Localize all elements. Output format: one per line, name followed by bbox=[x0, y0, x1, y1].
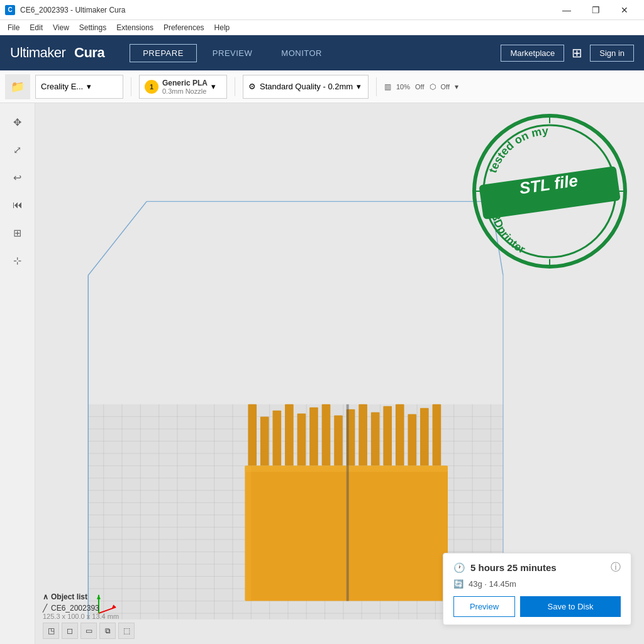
view-icon-2[interactable]: ◻ bbox=[62, 623, 78, 639]
view-icon-1[interactable]: ◳ bbox=[43, 623, 59, 639]
svg-rect-53 bbox=[272, 411, 281, 466]
model-view-icons: ◳ ◻ ▭ ⧉ ⬚ bbox=[43, 623, 135, 639]
menu-edit[interactable]: Edit bbox=[25, 22, 48, 33]
tab-monitor[interactable]: MONITOR bbox=[268, 44, 335, 62]
header-right: Marketplace ⊞ Sign in bbox=[501, 45, 634, 62]
material-chevron: ▾ bbox=[211, 82, 216, 91]
object-item-name: CE6_2002393 bbox=[51, 604, 99, 613]
folder-icon: 📁 bbox=[11, 80, 25, 94]
svg-rect-55 bbox=[297, 414, 306, 466]
nozzle-info: Generic PLA 0.3mm Nozzle bbox=[162, 79, 208, 95]
toolbar-divider-2 bbox=[235, 77, 235, 96]
toolbar: 📁 Creality E... ▾ 1 Generic PLA 0.3mm No… bbox=[0, 70, 644, 103]
printer-select[interactable]: Creality E... ▾ bbox=[35, 75, 123, 99]
quality-chevron: ▾ bbox=[357, 82, 361, 91]
svg-rect-51 bbox=[248, 404, 257, 466]
svg-rect-61 bbox=[371, 413, 380, 466]
view-icon-5[interactable]: ⬚ bbox=[118, 623, 135, 639]
time-icon: 🕐 bbox=[453, 562, 465, 574]
svg-rect-52 bbox=[260, 416, 269, 465]
support-toggle[interactable]: ▥ 10% Off bbox=[384, 82, 425, 91]
undo-tool[interactable]: ↩ bbox=[6, 166, 29, 189]
title-bar: C CE6_2002393 - Ultimaker Cura — ❐ ✕ bbox=[0, 0, 644, 20]
nozzle-badge: 1 bbox=[145, 80, 158, 94]
printer-chevron: ▾ bbox=[87, 82, 91, 91]
material-name: Generic PLA bbox=[162, 79, 208, 87]
time-label: 5 hours 25 minutes bbox=[470, 562, 557, 573]
object-item-icon: ╱ bbox=[43, 604, 47, 613]
support-tool[interactable]: ⊹ bbox=[6, 249, 29, 272]
svg-rect-56 bbox=[309, 408, 318, 466]
signin-button[interactable]: Sign in bbox=[590, 45, 634, 62]
menu-extensions[interactable]: Extensions bbox=[111, 22, 158, 33]
info-icon[interactable]: ⓘ bbox=[611, 561, 621, 574]
close-button[interactable]: ✕ bbox=[610, 0, 639, 20]
toolbar-divider-3 bbox=[376, 77, 377, 96]
svg-rect-65 bbox=[420, 408, 429, 466]
left-toolbar: ✥ ⤢ ↩ ⏮ ⊞ ⊹ bbox=[0, 103, 35, 644]
adhesion-icon: ⬡ bbox=[430, 82, 436, 91]
main-area: ✥ ⤢ ↩ ⏮ ⊞ ⊹ bbox=[0, 103, 644, 644]
menu-help[interactable]: Help bbox=[209, 22, 235, 33]
weight-icon: 🔄 bbox=[453, 579, 464, 589]
tab-prepare[interactable]: PREPARE bbox=[130, 44, 197, 62]
logo-light: Ultimaker bbox=[10, 45, 65, 61]
svg-rect-62 bbox=[383, 406, 392, 466]
svg-rect-64 bbox=[408, 414, 416, 466]
grid-icon[interactable]: ⊞ bbox=[572, 45, 582, 60]
scale-tool[interactable]: ⤢ bbox=[6, 138, 29, 161]
svg-rect-60 bbox=[358, 404, 367, 466]
tab-preview[interactable]: PREVIEW bbox=[199, 44, 265, 62]
quality-icon: ⚙ bbox=[248, 82, 256, 91]
quality-select[interactable]: ⚙ Standard Quality - 0.2mm ▾ bbox=[243, 75, 369, 99]
minimize-button[interactable]: — bbox=[552, 0, 581, 20]
nav-tabs: PREPARE PREVIEW MONITOR bbox=[130, 44, 335, 62]
maximize-button[interactable]: ❐ bbox=[581, 0, 610, 20]
object-dims: 125.3 x 100.0 x 13.4 mm bbox=[43, 613, 135, 620]
menu-bar: File Edit View Settings Extensions Prefe… bbox=[0, 20, 644, 35]
svg-rect-66 bbox=[433, 404, 441, 466]
svg-rect-57 bbox=[322, 404, 331, 466]
move-tool[interactable]: ✥ bbox=[6, 111, 29, 133]
app-logo: Ultimaker Cura bbox=[10, 45, 104, 61]
toolbar-divider-1 bbox=[131, 77, 131, 96]
marketplace-button[interactable]: Marketplace bbox=[501, 45, 564, 62]
menu-settings[interactable]: Settings bbox=[74, 22, 111, 33]
view-icon-4[interactable]: ⧉ bbox=[99, 623, 116, 639]
svg-rect-68 bbox=[245, 466, 252, 601]
material-select[interactable]: 1 Generic PLA 0.3mm Nozzle ▾ bbox=[139, 75, 227, 99]
viewport[interactable]: tested on my STL file 3Dprinter bbox=[35, 103, 644, 644]
adhesion-label: Off bbox=[441, 83, 450, 91]
reset-tool[interactable]: ⏮ bbox=[6, 194, 29, 216]
arrange-tool[interactable]: ⊞ bbox=[6, 221, 29, 244]
bottom-bar: ∧ Object list ╱ CE6_2002393 125.3 x 100.… bbox=[35, 594, 644, 644]
nozzle-size: 0.3mm Nozzle bbox=[162, 87, 208, 95]
menu-view[interactable]: View bbox=[48, 22, 74, 33]
adhesion-chevron: ▾ bbox=[455, 82, 458, 91]
menu-preferences[interactable]: Preferences bbox=[158, 22, 209, 33]
svg-rect-58 bbox=[334, 415, 343, 465]
print-weight: 🔄 43g · 14.45m bbox=[453, 579, 621, 589]
print-time: 🕐 5 hours 25 minutes bbox=[453, 562, 557, 574]
quality-label: Standard Quality - 0.2mm bbox=[260, 82, 353, 91]
svg-rect-69 bbox=[347, 404, 349, 601]
object-list-chevron: ∧ bbox=[43, 592, 48, 601]
weight-label: 43g · 14.45m bbox=[469, 579, 516, 589]
printer-name: Creality E... bbox=[41, 82, 83, 91]
object-list-header: Object list bbox=[51, 592, 87, 601]
adhesion-toggle[interactable]: ⬡ Off ▾ bbox=[430, 82, 458, 91]
app-icon: C bbox=[5, 5, 15, 15]
object-list-panel: ∧ Object list ╱ CE6_2002393 125.3 x 100.… bbox=[43, 592, 135, 639]
support-icon: ▥ bbox=[384, 82, 391, 91]
support-off: Off bbox=[415, 83, 424, 91]
menu-file[interactable]: File bbox=[3, 22, 25, 33]
svg-rect-54 bbox=[285, 404, 294, 466]
support-label: 10% bbox=[396, 83, 410, 91]
app-header: Ultimaker Cura PREPARE PREVIEW MONITOR M… bbox=[0, 35, 644, 70]
nozzle-number: 1 bbox=[150, 83, 153, 91]
window-title: CE6_2002393 - Ultimaker Cura bbox=[20, 6, 125, 14]
svg-rect-63 bbox=[396, 404, 404, 466]
logo-bold: Cura bbox=[74, 45, 104, 61]
view-icon-3[interactable]: ▭ bbox=[80, 623, 97, 639]
open-file-button[interactable]: 📁 bbox=[5, 74, 30, 99]
